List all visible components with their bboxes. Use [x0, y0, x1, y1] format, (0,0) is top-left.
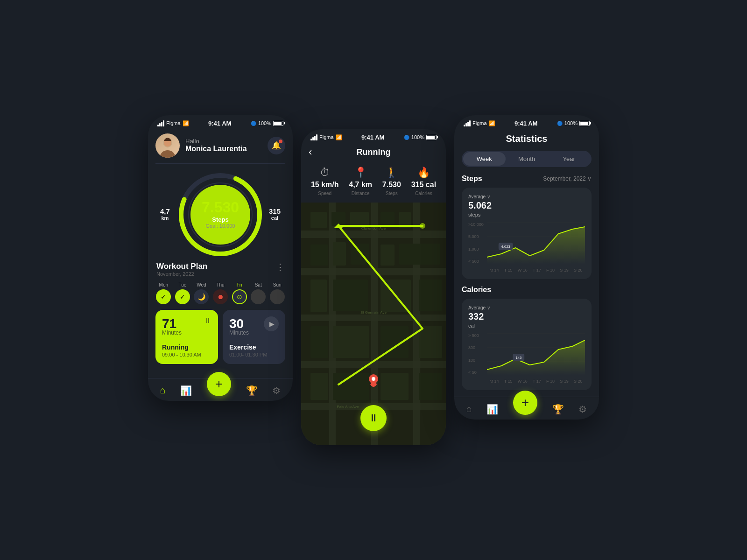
steps-stat-section: Steps September, 2022 ∨ Average ∨ 5.062 … — [454, 175, 599, 279]
right-phone: Figma 📶 9:41 AM 🔵 100% Statistics Week M… — [454, 115, 599, 420]
svg-rect-35 — [310, 373, 328, 400]
workout-title: Workout Plan — [156, 262, 207, 271]
play-icon: ▶ — [269, 320, 275, 328]
status-right: 🔵 100% — [251, 120, 283, 126]
home-icon: ⌂ — [160, 385, 166, 396]
nav-trophy-right[interactable]: 🏆 — [552, 404, 564, 415]
signal-icon-mid — [310, 134, 317, 140]
day-mon-icon: ✓ — [156, 289, 171, 304]
calories-label: Calories — [415, 191, 432, 196]
steps-avg-label: Average ∨ — [468, 194, 492, 199]
bluetooth-icon: 🔵 — [251, 121, 256, 126]
day-tue-icon: ✓ — [175, 289, 190, 304]
day-thu-label: Thu — [216, 282, 224, 287]
fab-add-button[interactable]: + — [207, 372, 231, 396]
carrier-right: Figma — [472, 120, 487, 126]
steps-period[interactable]: September, 2022 ∨ — [543, 175, 592, 182]
fab-add-button-right[interactable]: + — [513, 391, 537, 415]
wifi-icon: 📶 — [183, 120, 189, 126]
left-phone: Figma 📶 9:41 AM 🔵 100% — [148, 115, 293, 401]
divider — [155, 163, 285, 164]
speed-label: Speed — [318, 191, 331, 196]
running-time: 09.00 - 10.30 AM — [162, 352, 211, 357]
more-options-button[interactable]: ⋮ — [276, 262, 284, 272]
speed-value: 15 km/h — [311, 181, 339, 189]
calories-icon: 🔥 — [417, 167, 430, 179]
status-left: Figma 📶 — [157, 120, 189, 126]
svg-rect-14 — [329, 203, 336, 445]
steps-chart-area: >10.000 5.000 1.000 < 500 — [468, 222, 585, 264]
workout-section: Workout Plan November, 2022 ⋮ Mon ✓ Tue … — [148, 262, 293, 373]
nav-settings[interactable]: ⚙ — [272, 385, 281, 396]
middle-phone: Figma 📶 9:41 AM 🔵 100% ‹ Running ⏱ 15 km… — [301, 129, 446, 445]
svg-rect-23 — [333, 242, 346, 266]
calories-chart-inner: 145 — [487, 333, 585, 375]
km-value: 4,7 — [160, 207, 170, 215]
nav-home[interactable]: ⌂ — [160, 385, 166, 396]
notification-dot — [279, 140, 282, 143]
svg-text:Clarendon Ave: Clarendon Ave — [361, 226, 386, 231]
svg-marker-57 — [487, 340, 585, 375]
tab-week[interactable]: Week — [463, 152, 506, 166]
nav-home-right[interactable]: ⌂ — [466, 404, 472, 414]
tab-year[interactable]: Year — [548, 152, 590, 166]
workout-card-exercise: 30 ▶ Minutes Exercise 01.00- 01.30 PM — [223, 310, 285, 364]
nav-chart[interactable]: 📊 — [180, 385, 192, 396]
day-tab-sun[interactable]: Sun — [269, 282, 285, 304]
status-bar-left: Figma 📶 9:41 AM 🔵 100% — [148, 115, 293, 130]
ring-center: 7.530 Steps Goal: 10.000 — [202, 199, 239, 229]
pause-icon: ⏸ — [368, 412, 379, 424]
stats-header: Statistics — [454, 130, 599, 151]
svg-rect-34 — [419, 326, 442, 358]
steps-label: Steps — [212, 216, 228, 223]
nav-chart-right[interactable]: 📊 — [486, 404, 498, 415]
wifi-icon-right: 📶 — [489, 120, 495, 126]
day-tab-sat[interactable]: Sat — [250, 282, 267, 304]
exercise-time: 01.00- 01.30 PM — [229, 352, 279, 357]
svg-rect-30 — [419, 280, 442, 311]
steps-x-labels: M 14 T 15 W 16 T 17 F 18 S 19 S 20 — [487, 267, 585, 273]
svg-rect-32 — [333, 326, 369, 358]
steps-avg-unit: steps — [468, 212, 492, 217]
trophy-icon: 🏆 — [246, 385, 258, 396]
day-sat-icon — [251, 289, 266, 304]
calories-y-labels: > 500 300 100 < 50 — [468, 333, 479, 375]
signal-icon — [157, 120, 164, 126]
steps-run-label: Steps — [386, 191, 398, 196]
distance-stat: 📍 4,7 km Distance — [349, 167, 372, 196]
steps-ring-container: 7.530 Steps Goal: 10.000 4,7 km 315 cal — [152, 169, 289, 258]
workout-subtitle: November, 2022 — [156, 271, 207, 277]
day-tab-tue[interactable]: Tue ✓ — [175, 282, 191, 304]
signal-icon-right — [464, 120, 471, 126]
day-tab-mon[interactable]: Mon ✓ — [155, 282, 172, 304]
stats-title: Statistics — [462, 133, 592, 144]
tab-month[interactable]: Month — [506, 152, 548, 166]
day-tab-thu[interactable]: Thu ⏺ — [212, 282, 229, 304]
svg-text:St Germain Ave: St Germain Ave — [360, 310, 387, 315]
user-name: Monica Laurentia — [185, 145, 247, 153]
distance-value: 4,7 km — [349, 181, 372, 189]
time-tab-group: Week Month Year — [462, 151, 592, 167]
speed-icon: ⏱ — [320, 167, 330, 179]
steps-goal: Goal: 10.000 — [205, 223, 235, 229]
section-header: Workout Plan November, 2022 ⋮ — [155, 262, 285, 279]
day-tab-wed[interactable]: Wed 🌙 — [193, 282, 210, 304]
nav-trophy[interactable]: 🏆 — [246, 385, 258, 396]
svg-point-43 — [420, 223, 425, 229]
svg-rect-26 — [399, 244, 440, 265]
chart-icon: 📊 — [180, 385, 192, 396]
cal-avg-unit: cal — [468, 323, 490, 329]
settings-icon-right: ⚙ — [578, 404, 587, 415]
svg-rect-22 — [310, 245, 328, 266]
back-button[interactable]: ‹ — [309, 146, 312, 158]
home-icon-right: ⌂ — [466, 404, 472, 414]
calories-section-title: Calories — [462, 286, 491, 294]
notification-button[interactable]: 🔔 — [268, 137, 285, 154]
pause-button[interactable]: ⏸ — [360, 405, 387, 431]
chart-icon-right: 📊 — [486, 404, 498, 415]
cal-avg-label: Average ∨ — [468, 305, 490, 310]
nav-settings-right[interactable]: ⚙ — [578, 404, 587, 415]
day-tab-fri[interactable]: Fri ⊙ — [231, 282, 247, 304]
workout-card-running: 71 ⏸ Minutes Running 09.00 - 10.30 AM — [155, 310, 218, 364]
bt-icon-right: 🔵 — [557, 121, 563, 126]
